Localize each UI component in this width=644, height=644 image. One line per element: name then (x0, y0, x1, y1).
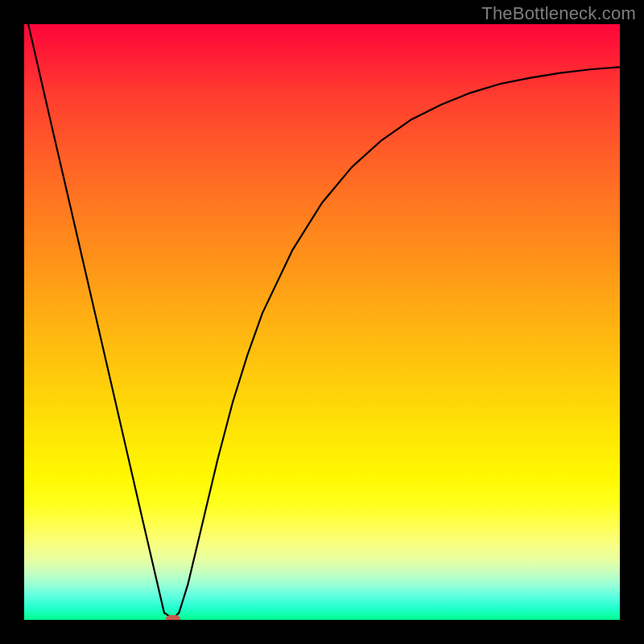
marker-dot (166, 615, 180, 620)
chart-frame: TheBottleneck.com (0, 0, 644, 644)
watermark-text: TheBottleneck.com (481, 3, 636, 24)
plot-area (24, 24, 620, 620)
curve-layer (24, 24, 620, 620)
bottleneck-curve (24, 24, 620, 619)
